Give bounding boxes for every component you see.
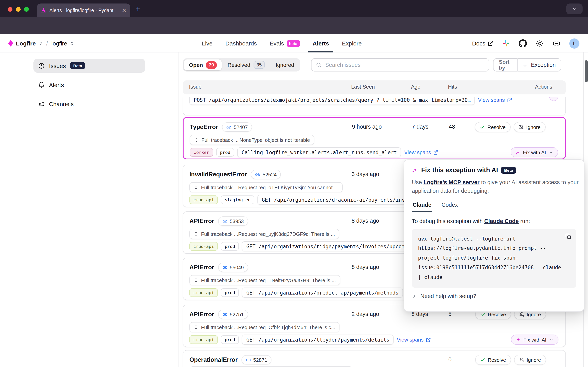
bell-off-icon [519, 357, 524, 362]
popover-beta-badge: Beta [501, 167, 516, 174]
resolve-button[interactable]: Resolve [475, 355, 511, 365]
slack-icon[interactable] [503, 40, 510, 47]
alert-circle-icon [38, 62, 45, 69]
org-switcher[interactable]: Logfire [16, 40, 36, 47]
traceback-pill[interactable]: Full traceback ...Request req_oTELKiyyrT… [189, 182, 342, 192]
traceback-pill[interactable]: Full traceback ...'NoneType' object is n… [190, 135, 314, 145]
tab-open[interactable]: Open 79 [184, 59, 222, 70]
issue-id-link[interactable]: 52407 [222, 122, 252, 132]
resolve-button[interactable]: Resolve [475, 122, 511, 132]
github-icon[interactable] [519, 39, 527, 47]
check-icon [480, 357, 485, 362]
issue-row-typeerror[interactable]: TypeError 52407 9 hours ago 7 days 48 Re… [183, 117, 566, 159]
app-window: Alerts · logfire/logfire · Pydant ✕ + lo… [0, 0, 588, 367]
view-spans-link[interactable]: View spans [404, 150, 438, 155]
sidebar-item-label: Alerts [49, 81, 64, 88]
issue-title: OperationalError [189, 356, 238, 363]
tab-claude[interactable]: Claude [412, 201, 432, 212]
user-avatar[interactable]: L [569, 38, 579, 48]
service-tag: crud-api [189, 195, 218, 204]
hits: 5 [448, 311, 452, 317]
age: 7 days [412, 124, 428, 130]
theme-toggle-sun-icon[interactable] [536, 39, 544, 47]
resolved-count-badge: 35 [253, 61, 265, 69]
copy-icon[interactable] [565, 233, 571, 239]
minimize-window-button[interactable] [16, 7, 21, 12]
chevrons-up-down-icon[interactable] [70, 41, 74, 45]
fix-with-ai-button[interactable]: Fix with AI [511, 147, 558, 157]
command-text[interactable]: uvx logfire@latest --logfire-url https:/… [418, 234, 570, 283]
issue-row-operationalerror[interactable]: OperationalError 52871 0 Resolve Ignore [183, 350, 566, 367]
docs-link[interactable]: Docs [472, 40, 494, 47]
new-tab-button[interactable]: + [136, 5, 140, 13]
nav-alerts[interactable]: Alerts [313, 34, 329, 52]
sort-control[interactable]: Sort by Exception [493, 58, 561, 72]
search-input[interactable] [325, 62, 485, 68]
scrollbar-thumb[interactable] [585, 60, 588, 82]
env-tag: prod [216, 148, 234, 157]
issue-id-link[interactable]: 52524 [251, 170, 281, 179]
issue-row[interactable]: POST /api/organizations/alexmojaki/proje… [183, 97, 566, 115]
share-link-icon[interactable] [553, 39, 560, 47]
sidebar-item-channels[interactable]: Channels [34, 97, 145, 111]
browser-toolbar: logfire-eu.pydantic.info/logfire/logfire… [0, 17, 588, 34]
search-issues [311, 58, 489, 72]
sort-by-label: Sort by [494, 59, 517, 71]
maximize-window-button[interactable] [24, 7, 29, 12]
nav-explore[interactable]: Explore [342, 34, 362, 52]
sort-value[interactable]: Exception [517, 62, 561, 68]
issue-id-link[interactable]: 52751 [218, 310, 248, 319]
claude-code-link[interactable]: Claude Code [484, 218, 519, 224]
traceback-pill[interactable]: Full traceback ...Request req_Ofbf4Tjqh4… [189, 322, 340, 332]
sidebar-item-alerts[interactable]: Alerts [34, 78, 145, 92]
mcp-server-link[interactable]: Logfire's MCP server [424, 179, 479, 185]
link-icon [222, 218, 228, 224]
chevrons-up-down-icon[interactable] [39, 41, 43, 45]
traceback-pill[interactable]: Full traceback ...Request req_uyjK8dq37D… [189, 229, 339, 239]
assistant-tabs: Claude Codex [412, 201, 576, 212]
span-message: GET /api/organizations/predict-ap/paymen… [242, 288, 403, 298]
issue-title: InvalidRequestError [189, 171, 247, 178]
ignore-button[interactable]: Ignore [514, 122, 545, 132]
tab-codex[interactable]: Codex [441, 201, 459, 212]
chevron-right-icon [412, 294, 417, 299]
last-seen: 3 days ago [351, 171, 379, 177]
project-switcher[interactable]: logfire [51, 40, 67, 47]
issue-id-link[interactable]: 53953 [218, 217, 248, 226]
issues-beta-badge: Beta [70, 62, 85, 69]
span-message: POST /api/organizations/alexmojaki/proje… [189, 97, 475, 105]
fix-with-ai-button[interactable]: Fix with AI [511, 334, 559, 345]
view-spans-link[interactable]: View spans [397, 337, 431, 342]
ignore-button[interactable]: Ignore [514, 355, 546, 365]
tab-title: Alerts · logfire/logfire · Pydant [49, 8, 115, 13]
tab-close-icon[interactable]: ✕ [122, 8, 126, 13]
tab-ignored[interactable]: Ignored [271, 59, 299, 70]
nav-dashboards[interactable]: Dashboards [225, 34, 257, 52]
open-count-badge: 79 [206, 61, 217, 69]
status-filter-tabs: Open 79 Resolved 35 Ignored [183, 58, 300, 72]
close-window-button[interactable] [8, 7, 12, 12]
sidebar-item-issues[interactable]: Issues Beta [34, 59, 145, 73]
need-help-toggle[interactable]: Need help with setup? [412, 293, 576, 299]
sidebar: Issues Beta Alerts Channels [34, 59, 145, 116]
traceback-pill[interactable]: Full traceback ...Request req_TNeitH2yGa… [189, 275, 340, 285]
span-message: GET /api/organizations/draconic-ai/payme… [257, 195, 424, 205]
tab-search-button[interactable] [566, 3, 583, 14]
link-icon [226, 125, 231, 130]
view-spans-link[interactable]: View spans [478, 97, 512, 103]
nav-evals[interactable]: Evalsbeta [270, 34, 300, 52]
tab-resolved[interactable]: Resolved 35 [222, 59, 270, 70]
issue-id-link[interactable]: 55049 [218, 263, 248, 272]
chevron-down-icon [549, 150, 553, 155]
window-controls[interactable] [8, 7, 29, 12]
browser-tab[interactable]: Alerts · logfire/logfire · Pydant ✕ [37, 3, 130, 17]
service-tag: crud-api [189, 242, 218, 251]
issue-id-link[interactable]: 52871 [241, 355, 272, 365]
fix-with-ai-button[interactable] [549, 97, 558, 101]
breadcrumb-separator: / [46, 40, 48, 47]
nav-live[interactable]: Live [202, 34, 213, 52]
span-message: Calling logfire_worker.alerts.alert_runs… [238, 147, 401, 157]
link-icon [246, 357, 251, 362]
age: 8 days [411, 311, 428, 317]
popover-title: Fix this exception with AI [421, 166, 498, 174]
